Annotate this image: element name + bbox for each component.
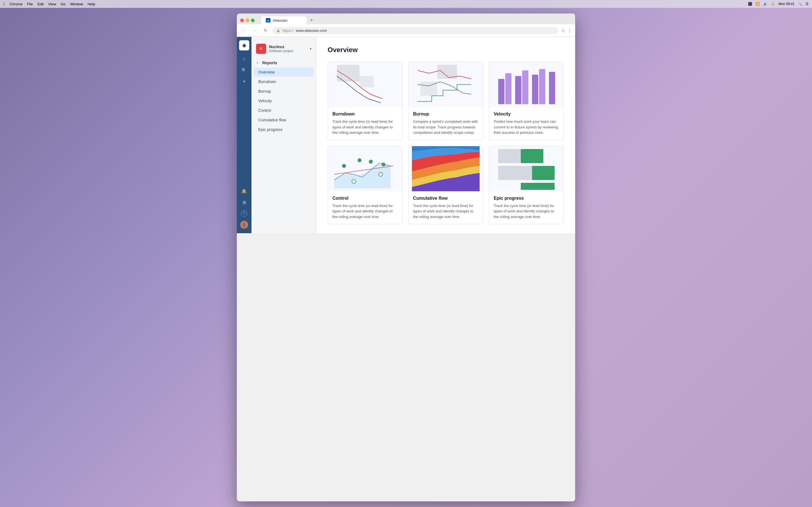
browser-window: ▲ Atlassian + ← → ↻ 🔒 https:// www.atlas… bbox=[237, 13, 575, 501]
nav-item-epic-progress[interactable]: Epic progress bbox=[254, 125, 314, 134]
velocity-card-body: Velocity Predict how much work your team… bbox=[489, 107, 564, 140]
svg-point-14 bbox=[369, 160, 373, 164]
menu-bar-right: ⬛ 📶 🔊 🔋 Mon 09:41 🔍 ☰ bbox=[748, 0, 809, 8]
diamond-icon: ◆ bbox=[242, 42, 246, 48]
browser-toolbar: ← → ↻ 🔒 https:// www.atlassian.com ☆ ⋮ bbox=[237, 24, 575, 37]
url-host: www.atlassian.com bbox=[296, 29, 327, 33]
sidebar-star-button[interactable]: ☆ bbox=[239, 54, 249, 64]
forward-button[interactable]: → bbox=[251, 26, 259, 34]
grid-icon: ⊞ bbox=[243, 200, 246, 205]
app-container: ◆ ☆ 🔍 + 🔔 ⊞ ? 👤 bbox=[237, 37, 575, 233]
burnup-card-body: Burnup Compare a sprint's completed work… bbox=[409, 107, 483, 140]
nav-back-button[interactable]: ← Reports bbox=[252, 58, 316, 67]
minimize-button[interactable] bbox=[246, 18, 249, 22]
star-icon: ☆ bbox=[242, 56, 246, 62]
burnup-desc: Compare a sprint's completed work with i… bbox=[413, 119, 478, 135]
cumulative-card[interactable]: Cumulative flow Track the cycle time (or… bbox=[408, 146, 483, 224]
sidebar-add-button[interactable]: + bbox=[239, 76, 249, 87]
logo-button[interactable]: ◆ bbox=[239, 40, 249, 50]
menu-window[interactable]: Window bbox=[70, 2, 83, 6]
browser-titlebar: ▲ Atlassian + bbox=[237, 13, 575, 24]
maximize-button[interactable] bbox=[251, 18, 255, 22]
svg-rect-6 bbox=[515, 76, 521, 104]
lock-icon: 🔒 bbox=[276, 29, 280, 33]
svg-rect-1 bbox=[359, 76, 373, 87]
epic-chart bbox=[489, 146, 564, 191]
cumulative-title: Cumulative flow bbox=[413, 196, 478, 201]
project-name: Nucleus bbox=[269, 45, 307, 49]
velocity-card[interactable]: Velocity Predict how much work your team… bbox=[489, 62, 564, 140]
reload-button[interactable]: ↻ bbox=[262, 26, 269, 34]
control-chart bbox=[328, 146, 402, 191]
icon-sidebar: ◆ ☆ 🔍 + 🔔 ⊞ ? 👤 bbox=[237, 37, 252, 233]
svg-rect-19 bbox=[498, 166, 532, 180]
burndown-card-body: Burndown Track the cycle time (or lead t… bbox=[328, 107, 402, 140]
back-button[interactable]: ← bbox=[240, 26, 248, 34]
svg-point-13 bbox=[357, 158, 361, 162]
sidebar-bell-button[interactable]: 🔔 bbox=[239, 186, 249, 196]
search-icon[interactable]: 🔍 bbox=[798, 2, 802, 6]
epic-progress-card[interactable]: Epic progress Track the cycle time (or l… bbox=[489, 146, 564, 224]
svg-rect-0 bbox=[337, 65, 359, 82]
menu-help[interactable]: Help bbox=[88, 2, 95, 6]
burndown-desc: Track the cycle time (or lead time) for … bbox=[333, 119, 398, 135]
svg-point-15 bbox=[382, 163, 386, 166]
menu-edit[interactable]: Edit bbox=[38, 2, 44, 6]
battery-icon: 🔋 bbox=[771, 2, 775, 6]
nav-item-control[interactable]: Control bbox=[254, 106, 314, 115]
nav-sidebar: ⚛ Nucleus Software project ▾ ← Reports O… bbox=[252, 37, 316, 233]
control-title: Control bbox=[333, 196, 398, 201]
cumulative-card-body: Cumulative flow Track the cycle time (or… bbox=[409, 191, 483, 224]
nav-item-cumulative-flow[interactable]: Cumulative flow bbox=[254, 115, 314, 124]
burndown-card[interactable]: Burndown Track the cycle time (or lead t… bbox=[327, 62, 403, 140]
bell-icon: 🔔 bbox=[241, 188, 247, 194]
address-bar[interactable]: 🔒 https:// www.atlassian.com bbox=[272, 27, 558, 34]
nav-item-overview[interactable]: Overview bbox=[254, 68, 314, 76]
nav-item-burnup[interactable]: Burnup bbox=[254, 87, 314, 96]
svg-rect-10 bbox=[549, 72, 555, 104]
velocity-chart bbox=[489, 62, 564, 107]
control-desc: Track the cycle time (or lead time) for … bbox=[333, 203, 398, 220]
main-content: Overview bbox=[316, 37, 575, 233]
burnup-card[interactable]: Burnup Compare a sprint's completed work… bbox=[408, 62, 483, 140]
project-icon: ⚛ bbox=[256, 44, 266, 54]
apple-menu[interactable]:  bbox=[3, 2, 5, 6]
search-icon: 🔍 bbox=[241, 68, 247, 73]
reports-grid: Burndown Track the cycle time (or lead t… bbox=[327, 62, 564, 224]
velocity-desc: Predict how much work your team can comm… bbox=[494, 119, 559, 135]
svg-rect-5 bbox=[505, 73, 511, 104]
page-title: Overview bbox=[327, 46, 564, 54]
svg-rect-21 bbox=[532, 166, 555, 180]
menu-file[interactable]: File bbox=[27, 2, 33, 6]
toolbar-right: ☆ ⋮ bbox=[561, 28, 572, 33]
project-chevron-icon[interactable]: ▾ bbox=[310, 47, 312, 51]
nav-item-burndown[interactable]: Burndown bbox=[254, 77, 314, 86]
cast-icon: ⬛ bbox=[748, 2, 752, 6]
add-tab-button[interactable]: + bbox=[308, 16, 315, 24]
plus-icon: + bbox=[243, 78, 246, 85]
control-card[interactable]: Control Track the cycle time (or lead ti… bbox=[327, 146, 403, 224]
more-options-icon[interactable]: ⋮ bbox=[567, 28, 572, 33]
burndown-chart bbox=[328, 62, 402, 107]
epic-progress-title: Epic progress bbox=[494, 196, 559, 201]
active-tab[interactable]: ▲ Atlassian bbox=[261, 16, 306, 24]
menu-go[interactable]: Go bbox=[61, 2, 65, 6]
svg-rect-18 bbox=[498, 149, 521, 163]
sidebar-search-button[interactable]: 🔍 bbox=[239, 65, 249, 75]
svg-rect-22 bbox=[521, 183, 555, 190]
sidebar-grid-button[interactable]: ⊞ bbox=[239, 197, 249, 207]
sidebar-avatar-button[interactable]: 👤 bbox=[239, 220, 249, 230]
velocity-title: Velocity bbox=[494, 112, 559, 117]
menu-chrome[interactable]: Chrome bbox=[9, 2, 22, 6]
menu-icon[interactable]: ☰ bbox=[806, 2, 809, 6]
cumulative-chart bbox=[409, 146, 483, 191]
nav-back-label: Reports bbox=[262, 61, 277, 65]
sidebar-help-button[interactable]: ? bbox=[239, 209, 249, 219]
nav-item-velocity[interactable]: Velocity bbox=[254, 96, 314, 105]
bookmark-icon[interactable]: ☆ bbox=[561, 28, 565, 33]
control-card-body: Control Track the cycle time (or lead ti… bbox=[328, 191, 402, 224]
close-button[interactable] bbox=[240, 18, 244, 22]
svg-rect-9 bbox=[539, 69, 545, 104]
menu-view[interactable]: View bbox=[48, 2, 56, 6]
avatar-icon: 👤 bbox=[240, 221, 248, 229]
